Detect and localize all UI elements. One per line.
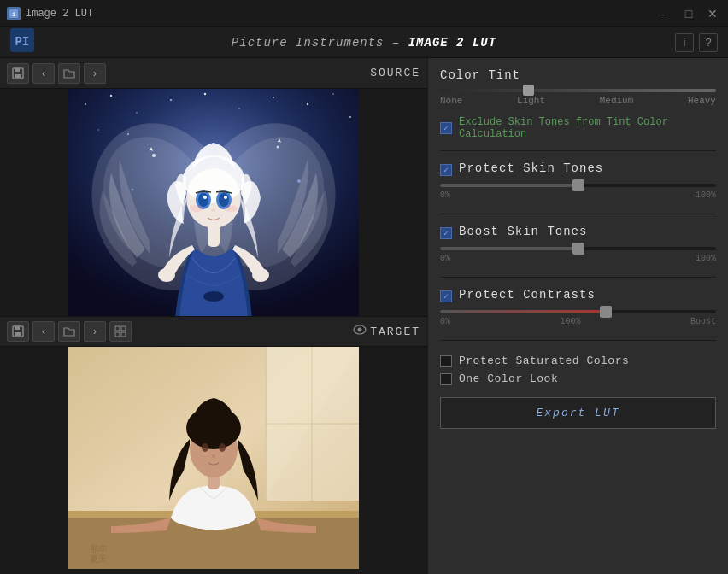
divider-3 — [440, 277, 716, 278]
exclude-skin-tones-row: Exclude Skin Tones from Tint Color Calcu… — [440, 116, 716, 140]
target-save-button[interactable] — [7, 321, 29, 342]
protect-skin-tones-title: Protect Skin Tones — [459, 161, 603, 175]
target-next-button[interactable]: › — [84, 321, 106, 342]
header-title-text: Picture Instruments – — [232, 36, 408, 50]
divider-1 — [440, 150, 716, 151]
protect-skin-tones-section: Protect Skin Tones 0% 100% — [440, 161, 716, 202]
svg-point-39 — [252, 268, 269, 282]
protect-skin-tones-checkbox[interactable] — [440, 164, 452, 176]
svg-point-62 — [219, 443, 226, 452]
svg-point-40 — [152, 154, 156, 157]
svg-rect-45 — [15, 326, 20, 330]
title-bar-controls: – □ ✕ — [656, 5, 721, 22]
divider-4 — [440, 340, 716, 341]
target-prev-button[interactable]: ‹ — [32, 321, 55, 342]
svg-point-15 — [273, 97, 274, 98]
target-grid-button[interactable] — [109, 321, 132, 342]
svg-point-42 — [297, 179, 301, 183]
svg-point-43 — [132, 189, 134, 191]
svg-text:夏天: 夏天 — [90, 554, 107, 564]
exclude-skin-tones-checkbox[interactable] — [440, 122, 452, 134]
tint-label-medium: Medium — [600, 96, 634, 106]
close-button[interactable]: ✕ — [704, 5, 721, 22]
svg-rect-50 — [121, 332, 126, 337]
main-layout: ‹ › SOURCE — [0, 58, 728, 574]
boost-skin-tones-slider: 0% 100% — [440, 247, 716, 263]
target-image: 那年 夏天 — [68, 347, 359, 569]
svg-point-41 — [277, 146, 279, 149]
protect-contrasts-min: 0% — [440, 317, 450, 326]
title-bar-left: i Image 2 LUT — [7, 7, 93, 20]
info-button[interactable]: i — [675, 33, 694, 52]
svg-point-61 — [202, 443, 208, 452]
one-color-look-label[interactable]: One Color Look — [459, 372, 558, 385]
app-logo: PI — [10, 28, 34, 56]
svg-point-19 — [97, 129, 99, 131]
source-next-button[interactable]: › — [84, 63, 106, 84]
svg-rect-49 — [115, 332, 120, 337]
protect-saturated-label[interactable]: Protect Saturated Colors — [459, 354, 629, 367]
minimize-button[interactable]: – — [656, 5, 673, 22]
svg-point-63 — [212, 454, 216, 458]
svg-point-25 — [203, 291, 224, 302]
eye-icon — [353, 324, 367, 339]
protect-contrasts-fill — [440, 310, 606, 313]
boost-skin-tones-header: Boost Skin Tones — [440, 225, 716, 242]
protect-skin-tones-track — [440, 184, 716, 187]
svg-point-9 — [85, 103, 86, 105]
protect-saturated-row: Protect Saturated Colors — [440, 354, 716, 367]
export-lut-button[interactable]: Export LUT — [440, 397, 716, 429]
target-image-area: 那年 夏天 — [0, 347, 427, 574]
title-bar-text: Image 2 LUT — [26, 8, 93, 20]
tint-label-heavy: Heavy — [688, 96, 716, 106]
svg-rect-6 — [15, 74, 21, 78]
svg-point-16 — [307, 103, 308, 105]
source-save-button[interactable] — [7, 63, 29, 84]
protect-skin-tones-max: 100% — [696, 190, 716, 200]
protect-contrasts-track — [440, 310, 716, 313]
svg-rect-46 — [15, 332, 21, 336]
protect-contrasts-thumb[interactable] — [600, 306, 612, 318]
export-label-italic: LUT — [595, 407, 619, 419]
tint-label-none: None — [440, 96, 462, 106]
svg-point-37 — [224, 205, 238, 212]
target-folder-button[interactable] — [58, 321, 80, 342]
exclude-skin-tones-label[interactable]: Exclude Skin Tones from Tint Color Calcu… — [459, 116, 716, 140]
protect-contrasts-section: Protect Contrasts 0% 100% Boost — [440, 288, 716, 328]
source-prev-button[interactable]: ‹ — [32, 63, 55, 84]
boost-skin-tones-min: 0% — [440, 254, 450, 263]
protect-skin-tones-fill — [440, 184, 578, 187]
help-button[interactable]: ? — [699, 33, 718, 52]
protect-contrasts-checkbox[interactable] — [440, 290, 452, 302]
svg-point-38 — [158, 268, 175, 282]
boost-skin-tones-fill — [440, 247, 578, 250]
title-bar: i Image 2 LUT – □ ✕ — [0, 0, 728, 27]
boost-skin-tones-checkbox[interactable] — [440, 227, 452, 239]
svg-point-17 — [332, 93, 334, 95]
protect-contrasts-slider: 0% 100% Boost — [440, 310, 716, 326]
app-header: PI Picture Instruments – IMAGE 2 LUT i ? — [0, 27, 728, 58]
color-tint-section: Color Tint None Light Medium Heavy — [440, 68, 716, 106]
svg-point-18 — [349, 116, 351, 118]
color-tint-slider-track — [440, 89, 716, 92]
protect-contrasts-header: Protect Contrasts — [440, 288, 716, 305]
one-color-look-checkbox[interactable] — [440, 373, 452, 385]
source-image-area — [0, 89, 427, 316]
svg-point-32 — [219, 193, 229, 207]
color-tint-labels: None Light Medium Heavy — [440, 96, 716, 106]
app-icon: i — [7, 7, 21, 20]
protect-skin-tones-slider: 0% 100% — [440, 184, 716, 200]
color-tint-thumb[interactable] — [523, 85, 534, 96]
protect-skin-tones-thumb[interactable] — [572, 179, 584, 191]
svg-point-11 — [136, 112, 138, 114]
svg-rect-48 — [121, 326, 126, 331]
one-color-look-row: One Color Look — [440, 372, 716, 385]
protect-saturated-checkbox[interactable] — [440, 355, 452, 367]
source-folder-button[interactable] — [58, 63, 80, 84]
boost-skin-tones-title: Boost Skin Tones — [459, 225, 587, 238]
svg-point-13 — [204, 93, 206, 95]
boost-skin-tones-track — [440, 247, 716, 250]
boost-skin-tones-thumb[interactable] — [572, 243, 584, 255]
svg-text:那年: 那年 — [90, 544, 107, 554]
maximize-button[interactable]: □ — [680, 5, 697, 22]
